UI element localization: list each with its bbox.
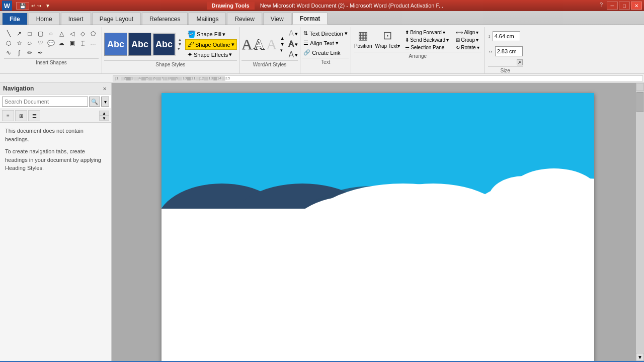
frame-btn[interactable]: ▣ bbox=[67, 39, 76, 48]
shape-outline-arrow[interactable]: ▾ bbox=[231, 41, 234, 48]
hex-btn[interactable]: ⬡ bbox=[4, 39, 13, 48]
tab-review[interactable]: Review bbox=[227, 13, 262, 25]
more-btn[interactable]: … bbox=[89, 39, 98, 48]
text-direction-btn[interactable]: ⇅ Text Direction ▾ bbox=[302, 29, 349, 38]
help-icon[interactable]: ? bbox=[600, 2, 603, 10]
wordart-preset-2[interactable]: A bbox=[254, 36, 265, 53]
callout-btn[interactable]: 💬 bbox=[46, 39, 55, 48]
nav-tab-pages[interactable]: ⊞ bbox=[15, 110, 27, 121]
minimize-button[interactable]: ─ bbox=[607, 2, 618, 10]
nav-close-btn[interactable]: ✕ bbox=[101, 85, 108, 92]
tri-btn[interactable]: △ bbox=[57, 29, 66, 38]
position-big-btn[interactable]: ▦ bbox=[358, 29, 368, 42]
rect-shape-btn[interactable]: □ bbox=[25, 29, 34, 38]
tab-file[interactable]: File bbox=[2, 13, 28, 25]
split-btn[interactable] bbox=[636, 83, 644, 91]
wrap-text-big-btn[interactable]: ⊡ bbox=[383, 29, 392, 42]
drawing-canvas[interactable] bbox=[162, 93, 594, 209]
wordart-scroll-up[interactable]: ▲ bbox=[280, 36, 285, 41]
nav-tab-headings[interactable]: ≡ bbox=[2, 110, 14, 121]
rotate-arrow[interactable]: ▾ bbox=[477, 45, 479, 50]
maximize-button[interactable]: □ bbox=[619, 2, 630, 10]
style-preset-1[interactable]: Abc bbox=[104, 33, 127, 56]
vertical-scrollbar[interactable]: ▲ ▼ bbox=[636, 83, 644, 361]
align-arrow[interactable]: ▾ bbox=[476, 30, 478, 35]
arrow-shape-btn[interactable]: ↗ bbox=[15, 29, 24, 38]
scroll-track[interactable] bbox=[636, 91, 644, 353]
text-direction-arrow[interactable]: ▾ bbox=[345, 30, 348, 37]
scrib-btn[interactable]: ✒ bbox=[36, 48, 45, 57]
size-group-expand[interactable]: ↗ bbox=[517, 59, 523, 65]
tab-insert[interactable]: Insert bbox=[61, 13, 91, 25]
tab-format[interactable]: Format bbox=[292, 13, 328, 25]
align-btn[interactable]: ⟺ Align ▾ bbox=[454, 29, 481, 36]
quick-access-more[interactable]: ▼ bbox=[45, 3, 50, 9]
tab-mailings[interactable]: Mailings bbox=[189, 13, 226, 25]
tab-references[interactable]: References bbox=[142, 13, 188, 25]
round-rect-btn[interactable]: ▢ bbox=[36, 29, 45, 38]
quick-access-redo[interactable]: ↪ bbox=[37, 3, 41, 9]
wrap-text-label[interactable]: Wrap Text ▾ bbox=[375, 43, 400, 49]
curve-btn[interactable]: ∫ bbox=[15, 48, 24, 57]
nav-next-btn[interactable]: ▼ bbox=[99, 116, 109, 121]
quick-access-undo[interactable]: ↩ bbox=[31, 3, 35, 9]
heart-btn[interactable]: ♡ bbox=[36, 39, 45, 48]
tab-page-layout[interactable]: Page Layout bbox=[92, 13, 141, 25]
height-input[interactable] bbox=[493, 31, 520, 41]
diamond-btn[interactable]: ◇ bbox=[78, 29, 87, 38]
close-button[interactable]: ✕ bbox=[631, 2, 642, 10]
text-outline-btn[interactable]: A ▾ bbox=[289, 40, 298, 49]
width-input[interactable] bbox=[495, 46, 523, 56]
align-text-arrow[interactable]: ▾ bbox=[336, 40, 339, 46]
rtri-btn[interactable]: ◁ bbox=[67, 29, 76, 38]
wordart-preset-1[interactable]: A bbox=[242, 36, 253, 53]
create-link-btn[interactable]: 🔗 Create Link bbox=[302, 48, 349, 57]
quick-access-save[interactable]: 💾 bbox=[16, 2, 29, 10]
cloud-btn[interactable]: ☁ bbox=[57, 39, 66, 48]
wrap-text-arrow[interactable]: ▾ bbox=[397, 43, 400, 49]
free-btn[interactable]: ✏ bbox=[25, 48, 34, 57]
text-effect-btn[interactable]: A ▾ bbox=[289, 50, 298, 59]
group-btn[interactable]: ⊞ Group ▾ bbox=[454, 37, 481, 43]
document-area[interactable]: ▲ ▼ bbox=[112, 83, 644, 361]
search-dropdown-btn[interactable]: ▾ bbox=[101, 97, 109, 107]
rotate-btn[interactable]: ↻ Rotate ▾ bbox=[454, 44, 481, 51]
send-backward-arrow[interactable]: ▾ bbox=[446, 37, 449, 43]
bring-forward-arrow[interactable]: ▾ bbox=[443, 30, 445, 35]
shape-fill-btn[interactable]: 🪣 Shape Fill ▾ bbox=[185, 29, 237, 39]
wordart-expand[interactable]: ▾ bbox=[280, 48, 285, 53]
tab-view[interactable]: View bbox=[263, 13, 291, 25]
wordart-scroll-down[interactable]: ▼ bbox=[280, 42, 285, 47]
pent-btn[interactable]: ⬠ bbox=[89, 29, 98, 38]
nav-tab-results[interactable]: ☰ bbox=[28, 110, 40, 121]
tab-home[interactable]: Home bbox=[29, 13, 60, 25]
align-text-btn[interactable]: ☰ Align Text ▾ bbox=[302, 39, 349, 47]
hept-btn[interactable]: ☆ bbox=[15, 39, 24, 48]
wordart-preset-3[interactable]: A bbox=[266, 36, 277, 53]
search-input[interactable] bbox=[2, 97, 88, 107]
position-label[interactable]: Position bbox=[354, 43, 372, 49]
style-preset-2[interactable]: Abc bbox=[128, 33, 151, 56]
connector-btn[interactable]: ∿ bbox=[4, 48, 13, 57]
scroll-thumb[interactable] bbox=[636, 92, 643, 112]
search-button[interactable]: 🔍 bbox=[89, 97, 100, 107]
text-fill-btn[interactable]: A ▾ bbox=[289, 29, 298, 38]
text-effect-arrow[interactable]: ▾ bbox=[295, 52, 298, 58]
shape-fill-arrow[interactable]: ▾ bbox=[222, 31, 225, 38]
shape-effects-btn[interactable]: ✦ Shape Effects ▾ bbox=[185, 50, 237, 59]
smile-btn[interactable]: ☺ bbox=[25, 39, 34, 48]
bring-forward-btn[interactable]: ⬆ Bring Forward ▾ bbox=[403, 29, 451, 36]
shape-outline-btn[interactable]: 🖊 Shape Outline ▾ bbox=[185, 39, 237, 50]
group-arrow[interactable]: ▾ bbox=[476, 37, 478, 43]
style-preset-3[interactable]: Abc bbox=[152, 33, 176, 56]
shape-effects-arrow[interactable]: ▾ bbox=[229, 51, 232, 58]
send-backward-btn[interactable]: ⬇ Send Backward ▾ bbox=[403, 37, 451, 43]
scroll-down-btn[interactable]: ▼ bbox=[636, 353, 644, 361]
text-outline-arrow[interactable]: ▾ bbox=[295, 41, 298, 48]
nav-prev-btn[interactable]: ▲ bbox=[99, 111, 109, 116]
oval-btn[interactable]: ○ bbox=[46, 29, 55, 38]
selection-pane-btn[interactable]: ☰ Selection Pane bbox=[403, 44, 451, 51]
text-fill-arrow[interactable]: ▾ bbox=[295, 31, 298, 37]
style-expand[interactable]: ▾ bbox=[178, 47, 182, 51]
line-shape-btn[interactable]: ╲ bbox=[4, 29, 13, 38]
